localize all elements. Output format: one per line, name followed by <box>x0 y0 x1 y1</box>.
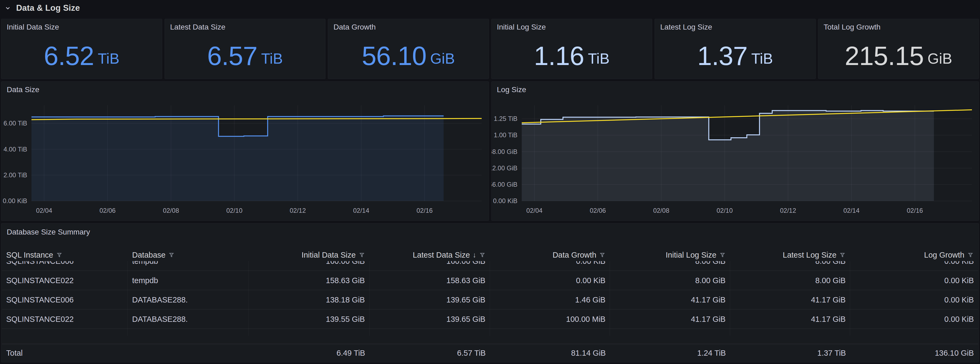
stat-value: 1.16 TiB <box>492 35 652 77</box>
total-cell: 81.14 GiB <box>490 344 610 362</box>
table-cell: SQLINSTANCE022 <box>2 271 128 290</box>
row-header-data-log-size[interactable]: Data & Log Size <box>4 2 80 14</box>
column-header-sql-instance[interactable]: SQL Instance <box>2 251 128 260</box>
filter-icon[interactable] <box>599 252 606 258</box>
table-cell: 1.46 GiB <box>490 290 610 309</box>
table-cell <box>490 329 610 336</box>
table-cell: 0.00 KiB <box>850 290 978 309</box>
chevron-down-icon[interactable] <box>4 4 12 12</box>
stat-panel-latest-data-size: Latest Data Size 6.57 TiB <box>165 19 326 79</box>
x-axis-tick-label: 02/14 <box>843 207 859 214</box>
filter-icon[interactable] <box>839 252 846 258</box>
table-body[interactable]: SQLINSTANCE006tempdb160.00 GiB160.00 GiB… <box>2 261 978 344</box>
column-header-initial-log-size[interactable]: Initial Log Size <box>610 251 730 260</box>
stat-panel-initial-log-size: Initial Log Size 1.16 TiB <box>492 19 652 79</box>
sort-desc-icon[interactable]: ↓ <box>473 251 476 259</box>
column-header-latest-data-size[interactable]: Latest Data Size↓ <box>369 251 490 260</box>
table-cell: 160.00 GiB <box>249 261 369 271</box>
y-axis-tick-label: 768.00 GiB <box>492 148 517 155</box>
stat-value: 6.57 TiB <box>165 35 325 77</box>
table-cell: 0.00 KiB <box>490 261 610 271</box>
table-cell: 139.65 GiB <box>369 290 490 309</box>
table-cell: tempdb <box>128 271 249 290</box>
stat-panel-latest-log-size: Latest Log Size 1.37 TiB <box>655 19 816 79</box>
table-panel-database-size-summary: Database Size Summary SQL InstanceDataba… <box>1 223 979 362</box>
x-axis-tick-label: 02/12 <box>290 207 306 214</box>
table-cell: 8.00 GiB <box>730 271 850 290</box>
stat-panel-total-log-growth: Total Log Growth 215.15 GiB <box>818 19 979 79</box>
table-cell: 41.17 GiB <box>610 290 730 309</box>
table-row: SQLINSTANCE022tempdb158.63 GiB158.63 GiB… <box>2 271 978 290</box>
x-axis-tick-label: 02/08 <box>653 207 669 214</box>
table-cell: SQLINSTANCE022 <box>2 309 128 329</box>
y-axis-tick-label: 0.00 KiB <box>3 197 27 204</box>
panel-title[interactable]: Initial Log Size <box>497 23 546 32</box>
table-cell: 41.17 GiB <box>610 309 730 329</box>
table-cell: 8.00 GiB <box>610 271 730 290</box>
filter-icon[interactable] <box>479 252 486 258</box>
filter-icon[interactable] <box>358 252 365 258</box>
panel-title[interactable]: Data Growth <box>334 23 376 32</box>
stat-value: 1.37 TiB <box>655 35 815 77</box>
table-cell: DATABASE288. <box>128 290 249 309</box>
filter-icon[interactable] <box>56 252 63 258</box>
x-axis-tick-label: 02/14 <box>353 207 369 214</box>
table-cell: 41.17 GiB <box>730 290 850 309</box>
table-cell: 8.00 GiB <box>730 261 850 271</box>
x-axis-tick-label: 02/06 <box>590 207 606 214</box>
total-cell: 136.10 GiB <box>850 344 978 362</box>
filter-icon[interactable] <box>719 252 726 258</box>
table-cell <box>730 329 850 336</box>
panel-title[interactable]: Total Log Growth <box>824 23 881 32</box>
total-cell: 1.37 TiB <box>730 344 850 362</box>
y-axis-tick-label: 512.00 GiB <box>492 165 517 172</box>
column-header-log-growth[interactable]: Log Growth <box>850 251 978 260</box>
y-axis-tick-label: 6.00 TiB <box>3 120 27 127</box>
data-size-chart[interactable]: 0.00 KiB2.00 TiB4.00 TiB6.00 TiB02/0402/… <box>2 82 488 220</box>
total-cell: 6.49 TiB <box>249 344 369 362</box>
table-cell: 0.00 KiB <box>850 271 978 290</box>
panel-title[interactable]: Latest Log Size <box>660 23 712 32</box>
panel-title[interactable]: Latest Data Size <box>170 23 225 32</box>
panel-title[interactable]: Database Size Summary <box>7 228 90 236</box>
table-cell: 0.00 KiB <box>490 271 610 290</box>
y-axis-tick-label: 1.00 TiB <box>493 131 517 139</box>
table-cell <box>249 329 369 336</box>
x-axis-tick-label: 02/12 <box>780 207 796 214</box>
total-label: Total <box>2 344 128 362</box>
panel-title[interactable]: Initial Data Size <box>7 23 59 32</box>
total-cell <box>128 344 249 362</box>
x-axis-tick-label: 02/10 <box>226 207 242 214</box>
total-cell: 1.24 TiB <box>610 344 730 362</box>
column-header-latest-log-size[interactable]: Latest Log Size <box>730 251 850 260</box>
table-row: SQLINSTANCE006DATABASE288.138.18 GiB139.… <box>2 290 978 309</box>
stat-value: 6.52 TiB <box>2 35 162 77</box>
total-cell: 6.57 TiB <box>369 344 490 362</box>
column-header-initial-data-size[interactable]: Initial Data Size <box>249 251 369 260</box>
y-axis-tick-label: 4.00 TiB <box>3 146 27 153</box>
stat-panel-initial-data-size: Initial Data Size 6.52 TiB <box>1 19 162 79</box>
column-header-data-growth[interactable]: Data Growth <box>490 251 610 260</box>
chart-panel-log-size: Log Size 0.00 KiB256.00 GiB512.00 GiB768… <box>492 81 979 221</box>
panel-title[interactable]: Log Size <box>497 85 526 94</box>
column-header-database[interactable]: Database <box>128 251 249 260</box>
table-cell: 160.00 GiB <box>369 261 490 271</box>
table-cell: 8.00 GiB <box>610 261 730 271</box>
table-cell <box>369 329 490 336</box>
stat-value: 215.15 GiB <box>818 35 979 77</box>
filter-icon[interactable] <box>967 252 974 258</box>
table-cell: 0.00 KiB <box>850 261 978 271</box>
table-cell: SQLINSTANCE006 <box>2 261 128 271</box>
table-cell: 139.55 GiB <box>249 309 369 329</box>
table-cell: 100.00 MiB <box>490 309 610 329</box>
table-cell <box>850 329 978 336</box>
x-axis-tick-label: 02/16 <box>417 207 433 214</box>
chart-panel-data-size: Data Size 0.00 KiB2.00 TiB4.00 TiB6.00 T… <box>1 81 489 221</box>
filter-icon[interactable] <box>168 252 175 258</box>
panel-title[interactable]: Data Size <box>7 85 39 94</box>
x-axis-tick-label: 02/04 <box>36 207 52 214</box>
row-title: Data & Log Size <box>16 3 80 13</box>
stat-value: 56.10 GiB <box>328 35 488 77</box>
log-size-chart[interactable]: 0.00 KiB256.00 GiB512.00 GiB768.00 GiB1.… <box>492 82 979 220</box>
table-header-row: SQL InstanceDatabaseInitial Data SizeLat… <box>2 249 978 261</box>
